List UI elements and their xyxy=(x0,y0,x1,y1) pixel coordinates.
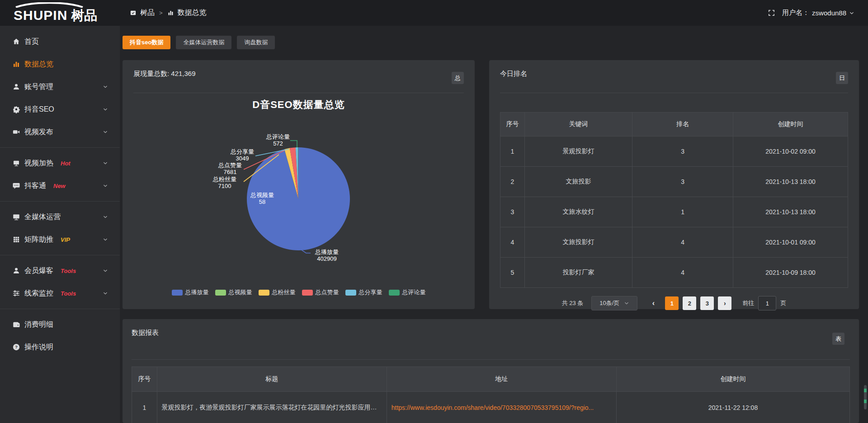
overview-panel-title: 展现量总数: 421,369 xyxy=(133,70,196,77)
bar-chart-icon xyxy=(12,60,20,68)
panel-divider xyxy=(500,93,848,93)
legend-item-1[interactable]: 总视频量 xyxy=(215,288,252,296)
pie-label-name: 总分享量 xyxy=(231,148,254,155)
sidebar-item-douyin-seo[interactable]: 抖音SEO xyxy=(0,98,120,121)
sidebar-item-video-publish[interactable]: 视频发布 xyxy=(0,121,120,143)
logo: SHUPIN 树品 xyxy=(0,0,120,26)
sidebar-item-label: 操作说明 xyxy=(24,343,53,352)
sidebar-item-consumption-detail[interactable]: 消费明细 xyxy=(0,313,120,336)
tools-badge: Tools xyxy=(61,268,76,274)
sidebar-item-data-overview[interactable]: 数据总览 xyxy=(0,53,120,75)
legend-label: 总评论量 xyxy=(402,288,426,296)
chevron-down-icon xyxy=(103,214,108,220)
table-cell: 3 xyxy=(632,167,733,197)
sidebar-divider xyxy=(0,147,120,148)
sidebar-item-label: 首页 xyxy=(24,37,39,47)
chart-title: D音SEO数据量总览 xyxy=(123,98,475,112)
sidebar-item-douketong[interactable]: 抖客通New xyxy=(0,174,120,197)
pie-chart: D音SEO数据量总览 总播放量402909总视频量58总粉丝量7100总点赞量7… xyxy=(123,60,475,309)
sidebar-item-home[interactable]: 首页 xyxy=(0,30,120,53)
breadcrumb-current[interactable]: 数据总览 xyxy=(178,8,207,18)
tab-inquiry-data[interactable]: 询盘数据 xyxy=(237,36,275,49)
breadcrumb-root[interactable]: 树品 xyxy=(140,8,155,18)
page-button-2[interactable]: 2 xyxy=(683,296,696,310)
pagination: 共 23 条10条/页‹123›前往页 xyxy=(500,296,848,310)
table-header-cell: 标题 xyxy=(157,367,387,392)
table-row: 5投影灯厂家42021-10-09 18:00 xyxy=(500,258,848,288)
sidebar-item-member-burst[interactable]: 会员爆客Tools xyxy=(0,259,120,282)
table-header-cell: 创建时间 xyxy=(616,367,849,392)
chevron-down-icon xyxy=(103,129,108,135)
chart-legend: 总播放量总视频量总粉丝量总点赞量总分享量总评论量 xyxy=(123,288,475,296)
total-view-badge[interactable]: 总 xyxy=(452,72,464,84)
report-table: 序号标题地址创建时间1景观投影灯，夜游景观投影灯厂家展示展示落花灯在花园里的灯光… xyxy=(132,367,850,423)
table-row: 3文旅水纹灯12021-10-13 18:00 xyxy=(500,197,848,227)
sidebar-divider xyxy=(0,201,120,202)
fullscreen-icon[interactable] xyxy=(768,9,775,17)
table-cell: 2021-11-22 12:08 xyxy=(616,392,849,423)
next-page-button[interactable]: › xyxy=(718,296,731,310)
legend-label: 总粉丝量 xyxy=(272,288,296,296)
pie-label-value: 3049 xyxy=(231,155,254,162)
sidebar-divider xyxy=(0,255,120,255)
table-view-badge[interactable]: 表 xyxy=(832,333,844,345)
table-row: 1景观投影灯，夜游景观投影灯厂家展示展示落花灯在花园里的灯光投影应用效果 #ht… xyxy=(132,392,850,423)
top-header: SHUPIN 树品 树品 > 数据总览 用户名：zswodun88 xyxy=(0,0,868,26)
chevron-down-icon xyxy=(624,301,629,306)
prev-page-button[interactable]: ‹ xyxy=(646,296,660,310)
sidebar-item-video-heat[interactable]: 视频加热Hot xyxy=(0,152,120,174)
scroll-marker xyxy=(864,389,867,392)
sidebar-item-label: 抖音SEO xyxy=(24,105,54,114)
sidebar-item-label: 数据总览 xyxy=(24,60,53,69)
tab-douyin-seo-data[interactable]: 抖音seo数据 xyxy=(123,36,170,49)
pagination-total: 共 23 条 xyxy=(562,299,584,307)
sidebar-item-media-operation[interactable]: 全媒体运营 xyxy=(0,206,120,228)
table-cell: 2021-10-02 09:00 xyxy=(733,136,848,167)
goto-unit: 页 xyxy=(780,299,786,307)
sidebar-item-label: 线索监控 xyxy=(24,289,53,298)
video-link[interactable]: https://www.iesdouyin.com/share/video/70… xyxy=(392,404,594,411)
pie-label-value: 7681 xyxy=(218,169,242,175)
legend-item-4[interactable]: 总分享量 xyxy=(345,288,382,296)
table-cell: 5 xyxy=(500,258,525,288)
legend-label: 总视频量 xyxy=(229,288,252,296)
goto-page-input[interactable] xyxy=(758,296,776,310)
user-icon xyxy=(12,83,20,91)
tools-badge: Tools xyxy=(61,290,76,297)
tab-media-operation-data[interactable]: 全媒体运营数据 xyxy=(176,36,231,49)
new-badge: New xyxy=(53,183,66,189)
user-icon xyxy=(12,267,20,275)
pie-slice-0[interactable] xyxy=(247,147,350,250)
page-size-select[interactable]: 10条/页 xyxy=(591,296,637,310)
wallet-icon xyxy=(12,320,20,329)
page-button-3[interactable]: 3 xyxy=(700,296,714,310)
legend-swatch xyxy=(259,290,269,296)
pie-label-value: 402909 xyxy=(315,255,339,262)
pie-label-name: 总点赞量 xyxy=(218,162,242,169)
legend-item-5[interactable]: 总评论量 xyxy=(389,288,426,296)
legend-item-0[interactable]: 总播放量 xyxy=(172,288,209,296)
sidebar-item-matrix-boost[interactable]: 矩阵助推VIP xyxy=(0,228,120,251)
sidebar-item-label: 视频加热 xyxy=(24,159,53,168)
sidebar-item-account-management[interactable]: 账号管理 xyxy=(0,75,120,98)
table-header-cell: 关键词 xyxy=(524,113,632,136)
chevron-down-icon xyxy=(849,10,854,16)
daily-view-badge[interactable]: 日 xyxy=(836,72,848,84)
user-menu[interactable]: 用户名：zswodun88 xyxy=(782,9,854,17)
overview-panel: 展现量总数: 421,369 总 D音SEO数据量总览 总播放量402909总视… xyxy=(123,60,475,309)
data-tabs: 抖音seo数据全媒体运营数据询盘数据 xyxy=(123,36,859,49)
grid-icon xyxy=(12,235,20,244)
sidebar-item-clue-monitor[interactable]: 线索监控Tools xyxy=(0,282,120,305)
chevron-down-icon xyxy=(103,268,108,273)
main-content: 抖音seo数据全媒体运营数据询盘数据 展现量总数: 421,369 总 D音SE… xyxy=(120,26,868,423)
legend-item-3[interactable]: 总点赞量 xyxy=(302,288,339,296)
table-row: 4文旅投影灯42021-10-01 09:00 xyxy=(500,227,848,258)
legend-label: 总点赞量 xyxy=(316,288,339,296)
sidebar-item-operation-guide[interactable]: ?操作说明 xyxy=(0,336,120,358)
table-header-cell: 排名 xyxy=(632,113,733,136)
sidebar-item-label: 消费明细 xyxy=(24,320,53,329)
bar-chart-icon xyxy=(167,9,174,16)
header-right: 用户名：zswodun88 xyxy=(768,9,868,17)
legend-item-2[interactable]: 总粉丝量 xyxy=(259,288,296,296)
page-button-1[interactable]: 1 xyxy=(665,296,679,310)
